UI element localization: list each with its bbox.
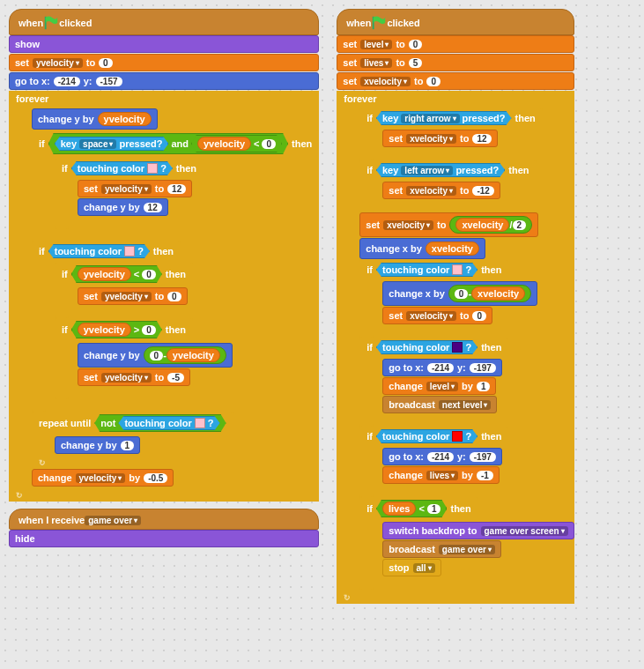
if-block[interactable]: if yvelocity < 0 then set yvelocity to 0 (55, 263, 193, 318)
change-y-by-block[interactable]: change y by 1 (55, 436, 140, 454)
color-swatch-pink[interactable] (147, 163, 158, 174)
hat-flag-clicked[interactable]: when clicked (9, 9, 319, 35)
if-block[interactable]: if touching color? then go to x:-214y:-1… (359, 338, 508, 427)
set-xvel-block[interactable]: setxvelocityto0 (337, 72, 574, 90)
change-y-by-block[interactable]: change y by yvelocity (32, 108, 158, 130)
touching-color-block[interactable]: touching color? (376, 263, 477, 277)
set-var-block[interactable]: setxvelocityto12 (382, 130, 497, 147)
goto-xy-block[interactable]: go to x: -214 y: -157 (9, 72, 319, 90)
if-block[interactable]: if touching color ? then if yvelocity < … (32, 242, 233, 412)
loop-arrow-icon: ↻ (39, 458, 49, 467)
change-var-block[interactable]: change yvelocity by -0.5 (32, 469, 174, 487)
key-pressed-block[interactable]: keyright arrowpressed? (376, 111, 512, 125)
goto-xy-block[interactable]: go to x:-214y:-197 (382, 448, 502, 465)
if-block[interactable]: if yvelocity > 0 then change y by 0 - yv… (55, 318, 233, 399)
var-dropdown[interactable]: yvelocity (33, 58, 83, 68)
green-flag-icon (43, 15, 59, 31)
if-block[interactable]: if touching color ? then set yvelocity t… (55, 159, 204, 229)
clicked-label: clicked (59, 18, 92, 28)
lt-block[interactable]: lives<1 (376, 500, 447, 517)
set-var-block[interactable]: setxvelocityto xvelocity / 2 (359, 212, 538, 237)
lt-block[interactable]: yvelocity < 0 (191, 135, 282, 152)
touching-color-block[interactable]: touching color ? (71, 161, 173, 175)
switch-backdrop-block[interactable]: switch backdrop togame over screen (382, 522, 574, 539)
set-level-block[interactable]: setlevelto0 (337, 35, 574, 53)
show-block[interactable]: show (9, 35, 319, 53)
if-block[interactable]: if keyright arrowpressed? then setxveloc… (359, 108, 542, 160)
hat-receive[interactable]: when I receive game over (9, 509, 319, 530)
loop-arrow-icon: ↻ (16, 491, 26, 500)
touching-color-block[interactable]: touching color ? (48, 244, 150, 258)
color-swatch-pink[interactable] (124, 246, 135, 256)
if-block[interactable]: if touching color? then change x by 0-xv… (359, 260, 537, 338)
hat-flag-clicked[interactable]: when clicked (337, 9, 574, 35)
color-swatch-pink[interactable] (452, 264, 463, 275)
change-x-by-block[interactable]: change x by 0-xvelocity (382, 281, 537, 306)
green-flag-icon (371, 15, 387, 31)
color-swatch-pink[interactable] (195, 418, 205, 428)
forever-block[interactable]: forever change y by yvelocity if key spa… (9, 91, 319, 502)
loop-arrow-icon: ↻ (344, 593, 354, 602)
set-var-block[interactable]: set yvelocity to 0 (78, 287, 188, 305)
goto-xy-block[interactable]: go to x:-214y:-197 (382, 359, 502, 376)
gt-block[interactable]: yvelocity > 0 (71, 321, 162, 338)
and-block[interactable]: key space pressed? and yvelocity < 0 (48, 133, 288, 154)
broadcast-block[interactable]: broadcastnext level (382, 396, 497, 413)
set-var-block[interactable]: set yvelocity to -5 (78, 368, 190, 386)
set-var-block[interactable]: set yvelocity to 12 (78, 180, 192, 197)
message-dropdown[interactable]: game over (85, 516, 141, 525)
set-lives-block[interactable]: setlivesto5 (337, 54, 574, 71)
color-swatch-red[interactable] (452, 431, 463, 442)
forever-block[interactable]: forever if keyright arrowpressed? then s… (337, 91, 574, 604)
key-pressed-block[interactable]: key space pressed? (55, 137, 169, 151)
value-slot[interactable]: 0 (99, 58, 113, 68)
change-var-block[interactable]: changelivesby-1 (382, 466, 500, 484)
touching-color-block[interactable]: touching color? (376, 429, 477, 443)
when-label: when (19, 18, 43, 28)
color-swatch-purple[interactable] (452, 342, 463, 353)
if-block[interactable]: if lives<1 then switch backdrop togame o… (359, 497, 574, 590)
set-var-block[interactable]: setxvelocityto-12 (382, 182, 500, 199)
stop-block[interactable]: stopall (382, 559, 440, 576)
change-y-by-block[interactable]: change y by 12 (78, 198, 168, 216)
touching-color-block[interactable]: touching color ? (118, 416, 219, 430)
change-x-by-block[interactable]: change x by xvelocity (359, 238, 485, 259)
set-yvel-block[interactable]: set yvelocity to 0 (9, 54, 319, 71)
set-var-block[interactable]: setxvelocityto0 (382, 307, 492, 324)
if-block[interactable]: if keyleft arrowpressed? then setxveloci… (359, 160, 536, 212)
key-pressed-block[interactable]: keyleft arrowpressed? (376, 163, 505, 177)
lt-block[interactable]: yvelocity < 0 (71, 265, 162, 283)
change-y-by-block[interactable]: change y by 0 - yvelocity (78, 343, 233, 368)
repeat-until-block[interactable]: repeat until not touching color ? change… (32, 412, 233, 469)
not-block[interactable]: not touching color ? (94, 414, 226, 432)
if-block[interactable]: if touching color? then go to x:-214y:-1… (359, 427, 508, 497)
if-block[interactable]: if key space pressed? and yvelocity < 0 … (32, 130, 319, 242)
minus-block[interactable]: 0 - yvelocity (144, 346, 226, 364)
change-var-block[interactable]: changelevelby1 (382, 377, 496, 395)
minus-block[interactable]: 0-xvelocity (448, 285, 531, 302)
hide-block[interactable]: hide (9, 530, 319, 547)
div-block[interactable]: xvelocity / 2 (449, 216, 532, 234)
yvel-reporter[interactable]: yvelocity (98, 112, 152, 126)
touching-color-block[interactable]: touching color? (376, 340, 477, 354)
broadcast-block[interactable]: broadcastgame over (382, 540, 501, 558)
